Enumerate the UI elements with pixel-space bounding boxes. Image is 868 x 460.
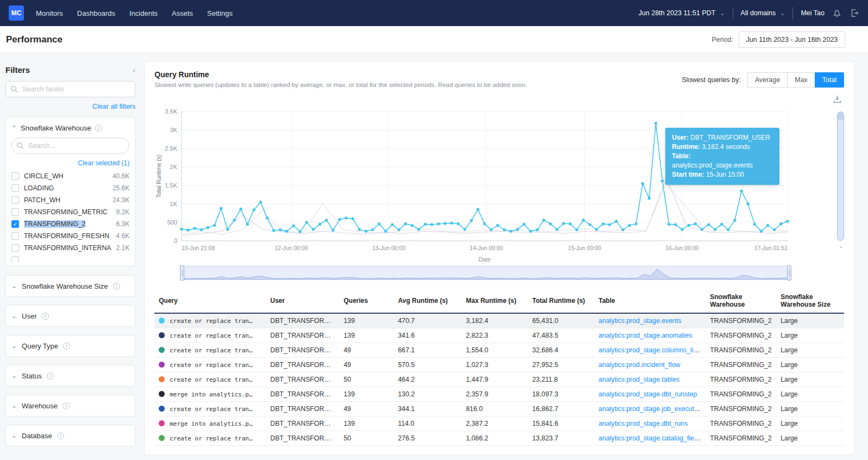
- warehouse-cell: TRANSFORMING_2: [705, 328, 776, 343]
- table-link[interactable]: analytics:prod_stage.catalog_fields: [598, 434, 702, 442]
- runtime-chart[interactable]: 05001K1.5K2K2.5K3K3.5K10-Jun 21:0812-Jun…: [154, 105, 844, 264]
- table-link[interactable]: analytics:prod_stage.columns_lineage: [598, 346, 705, 354]
- column-header: Query: [154, 289, 266, 313]
- facet-count: 6.3K: [116, 220, 130, 228]
- bell-icon[interactable]: [832, 8, 842, 18]
- checkbox-unchecked[interactable]: [11, 184, 19, 192]
- warehouse-cell: TRANSFORMING_2: [705, 431, 776, 446]
- table-link[interactable]: analytics:prod_stage.job_executions: [598, 405, 705, 413]
- table-link[interactable]: analytics:prod_stage.anomalies: [598, 332, 692, 339]
- info-icon: i: [42, 313, 49, 320]
- search-icon: [10, 85, 18, 93]
- checkbox-checked[interactable]: ✓: [11, 220, 19, 228]
- filter-section-status[interactable]: ⌄Statusi: [5, 365, 135, 387]
- table-link[interactable]: analytics:prod_stage.tables: [598, 376, 679, 383]
- page-header: Performance Period:: [0, 26, 868, 53]
- table-row[interactable]: create or replace tran…DBT_TRANSFORM_USE…: [154, 372, 844, 387]
- brush-handle-left[interactable]: [180, 265, 184, 281]
- clear-all-filters-link[interactable]: Clear all filters: [5, 103, 135, 110]
- facet-label: TRANSFORMING_METRIC: [24, 208, 111, 216]
- table-link[interactable]: analytics:prod.incident_flow: [598, 361, 680, 369]
- collapse-sidebar-icon[interactable]: ‹: [133, 66, 136, 74]
- chevron-down-icon: ⌄: [11, 432, 17, 439]
- clear-selected-link[interactable]: Clear selected (1): [11, 159, 129, 167]
- filter-section-label: Database: [22, 432, 52, 440]
- table-row[interactable]: create or replace tran…DBT_TRANSFORM_USE…: [154, 431, 844, 446]
- facet-item[interactable]: TRANSFORMING_FRESHN4.6K: [11, 230, 129, 242]
- facet-item[interactable]: TRANSFORMING_METRIC9.2K: [11, 206, 129, 218]
- table-row[interactable]: create or replace tran…DBT_TRANSFORM_USE…: [154, 358, 844, 372]
- table-link[interactable]: analytics:prod_stage.events: [598, 317, 681, 325]
- table-row[interactable]: create or replace tran…DBT_TRANSFORM_USE…: [154, 313, 844, 328]
- filter-section-user[interactable]: ⌄Useri: [5, 305, 135, 327]
- page-title: Performance: [6, 34, 63, 45]
- search-facets-input[interactable]: [5, 81, 135, 97]
- table-row[interactable]: create or replace tran…DBT_TRANSFORM_USE…: [154, 343, 844, 358]
- nav-item-assets[interactable]: Assets: [172, 9, 193, 17]
- facet-item[interactable]: ✓TRANSFORMING_26.3K: [11, 218, 129, 230]
- tooltip-line: User: DBT_TRANSFORM_USER: [672, 133, 773, 142]
- facet-label: PATCH_WH: [24, 196, 108, 204]
- toggle-total-button[interactable]: Total: [815, 72, 844, 88]
- svg-text:16-Jun 00:00: 16-Jun 00:00: [666, 245, 699, 251]
- brush-handle-right[interactable]: [787, 265, 791, 281]
- filter-section-database[interactable]: ⌄Databasei: [5, 425, 135, 446]
- facet-item[interactable]: LOADING25.6K: [11, 182, 129, 194]
- checkbox-unchecked[interactable]: [11, 196, 19, 204]
- datetime-dropdown[interactable]: Jun 28th 2023 11:51 PDT ⌄: [639, 9, 725, 17]
- y-zoom-arrow-icon[interactable]: ⌄: [839, 243, 843, 249]
- checkbox-unchecked[interactable]: [11, 244, 19, 252]
- svg-text:12-Jun 00:00: 12-Jun 00:00: [274, 245, 308, 251]
- checkbox-unchecked[interactable]: [11, 256, 19, 263]
- table-cell: analytics:prod_stage.tables: [594, 372, 705, 387]
- filter-section-query-type[interactable]: ⌄Query Typei: [5, 335, 135, 357]
- user-cell: DBT_TRANSFORM_USER: [266, 343, 339, 358]
- facet-section-title: Snowflake Warehouse: [21, 124, 91, 132]
- table-row[interactable]: create or replace tran…DBT_TRANSFORM_USE…: [154, 402, 844, 417]
- checkbox-unchecked[interactable]: [11, 172, 19, 180]
- y-zoom-thumb[interactable]: [838, 112, 844, 120]
- toggle-max-button[interactable]: Max: [787, 72, 815, 88]
- user-cell: DBT_TRANSFORM_USER: [266, 431, 339, 446]
- nav-item-settings[interactable]: Settings: [207, 9, 233, 17]
- checkbox-unchecked[interactable]: [11, 232, 19, 240]
- filter-section-snowflake-warehouse-size[interactable]: ⌄Snowflake Warehouse Sizei: [5, 275, 135, 297]
- size-cell: Large: [776, 328, 844, 343]
- table-row[interactable]: create or replace tran…DBT_TRANSFORM_USE…: [154, 328, 844, 343]
- chevron-down-icon: ⌄: [780, 10, 785, 17]
- user-menu[interactable]: Mei Tao: [801, 9, 825, 17]
- time-range-brush[interactable]: [182, 266, 790, 280]
- table-row[interactable]: merge into analytics.p…DBT_TRANSFORM_USE…: [154, 417, 844, 431]
- logout-icon[interactable]: [850, 8, 859, 18]
- series-color-dot: [159, 435, 165, 441]
- table-link[interactable]: analytics:prod_stage.dbt_runstep: [598, 390, 697, 398]
- total-cell: 15,841.6: [528, 417, 594, 431]
- query-runtime-card: Query Runtime Slowest write queries (upd…: [144, 61, 854, 455]
- queries-cell: 49: [339, 343, 394, 358]
- download-icon[interactable]: [833, 95, 842, 104]
- filter-section-warehouse[interactable]: ⌄Warehousei: [5, 395, 135, 417]
- tooltip-line: Start time: 15-Jun 15:00: [672, 170, 773, 179]
- table-link[interactable]: analytics:prod_stage.dbt_runs: [598, 420, 688, 427]
- facet-item[interactable]: CIRCLE_WH40.6K: [11, 170, 129, 182]
- table-row[interactable]: merge into analytics.p…DBT_TRANSFORM_USE…: [154, 387, 844, 402]
- facet-item[interactable]: TRANSFORMING_INTERNA2.1K: [11, 242, 129, 254]
- chevron-up-icon[interactable]: ⌃: [11, 125, 17, 132]
- facet-item-partial[interactable]: [11, 254, 129, 263]
- y-zoom-slider[interactable]: [837, 111, 844, 241]
- avg-cell: 344.1: [394, 402, 461, 417]
- toggle-average-button[interactable]: Average: [747, 72, 788, 88]
- nav-item-incidents[interactable]: Incidents: [129, 9, 158, 17]
- facet-search-input[interactable]: [11, 138, 129, 154]
- info-icon: i: [47, 372, 54, 380]
- period-range-input[interactable]: [739, 32, 845, 48]
- facet-count: 2.1K: [116, 244, 130, 252]
- facet-label: LOADING: [24, 184, 108, 192]
- domain-dropdown[interactable]: All domains ⌄: [741, 9, 785, 17]
- nav-item-monitors[interactable]: Monitors: [36, 9, 63, 17]
- app-logo[interactable]: MC: [9, 5, 24, 21]
- facet-item[interactable]: PATCH_WH24.3K: [11, 194, 129, 206]
- checkbox-unchecked[interactable]: [11, 208, 19, 216]
- facet-count: 4.6K: [116, 232, 130, 240]
- nav-item-dashboards[interactable]: Dashboards: [77, 9, 115, 17]
